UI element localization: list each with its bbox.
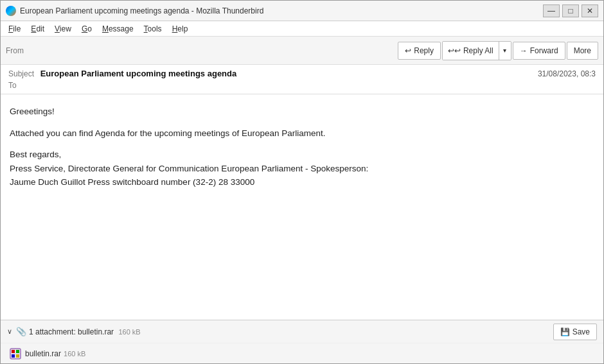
toolbar: From ↩ Reply ↩↩ Reply All ▾ → Forward Mo — [1, 37, 603, 65]
email-date: 31/08/2023, 08:3 — [538, 69, 596, 78]
email-header: Subject European Parliament upcoming mee… — [1, 65, 603, 94]
body-main: Attached you can find Agenda for the upc… — [10, 126, 594, 141]
email-body: Greeetings! Attached you can find Agenda… — [1, 94, 603, 320]
maximize-button[interactable]: □ — [562, 4, 579, 17]
more-label: More — [574, 46, 591, 55]
reply-all-label: Reply All — [463, 46, 493, 55]
to-label: To — [8, 81, 17, 90]
reply-icon: ↩ — [405, 46, 411, 55]
more-button[interactable]: More — [567, 42, 598, 60]
menu-view[interactable]: View — [49, 23, 76, 35]
attachment-file-row: bulletin.rar 160 kB — [1, 343, 603, 363]
svg-rect-1 — [12, 350, 15, 353]
svg-rect-3 — [12, 354, 15, 358]
save-icon: 💾 — [560, 327, 570, 336]
minimize-button[interactable]: — — [543, 4, 560, 17]
menu-message[interactable]: Message — [97, 23, 139, 35]
reply-label: Reply — [414, 46, 434, 55]
chevron-down-icon: ▾ — [503, 47, 506, 54]
menu-edit[interactable]: Edit — [26, 23, 49, 35]
paperclip-icon: 📎 — [16, 327, 26, 336]
reply-all-button[interactable]: ↩↩ Reply All — [443, 42, 499, 60]
forward-label: Forward — [530, 46, 558, 55]
svg-rect-2 — [16, 350, 19, 353]
toolbar-buttons: ↩ Reply ↩↩ Reply All ▾ → Forward More — [398, 41, 598, 60]
menu-bar: File Edit View Go Message Tools Help — [1, 21, 603, 37]
to-row: To — [8, 81, 596, 90]
subject-field: Subject European Parliament upcoming mee… — [8, 69, 236, 78]
app-icon — [6, 6, 16, 16]
from-label: From — [6, 46, 24, 55]
title-bar: European Parliament upcoming meetings ag… — [1, 1, 603, 21]
attachment-toggle[interactable]: ∨ — [7, 327, 12, 336]
file-icon — [10, 348, 21, 360]
subject-value: European Parliament upcoming meetings ag… — [40, 69, 237, 78]
attachment-info: 1 attachment: bulletin.rar 160 kB — [29, 327, 553, 336]
reply-button[interactable]: ↩ Reply — [398, 42, 441, 60]
body-greeting: Greeetings! — [10, 105, 594, 119]
attachment-count-text: 1 attachment: bulletin.rar — [29, 327, 114, 336]
menu-tools[interactable]: Tools — [139, 23, 167, 35]
close-button[interactable]: ✕ — [582, 4, 598, 17]
reply-all-icon: ↩↩ — [448, 46, 461, 55]
save-label: Save — [573, 327, 590, 336]
forward-icon: → — [520, 46, 528, 55]
menu-file[interactable]: File — [3, 23, 26, 35]
attachment-filesize: 160 kB — [64, 350, 85, 358]
attachment-bar: ∨ 📎 1 attachment: bulletin.rar 160 kB 💾 … — [1, 320, 603, 343]
attachment-size: 160 kB — [118, 328, 140, 336]
reply-all-dropdown-button[interactable]: ▾ — [499, 42, 511, 60]
subject-row: Subject European Parliament upcoming mee… — [8, 69, 596, 78]
body-signature: Best regards, Press Service, Directorate… — [10, 148, 594, 189]
menu-help[interactable]: Help — [167, 23, 193, 35]
window-title: European Parliament upcoming meetings ag… — [20, 6, 543, 15]
forward-button[interactable]: → Forward — [513, 42, 565, 60]
save-button[interactable]: 💾 Save — [553, 324, 597, 340]
reply-all-split-button: ↩↩ Reply All ▾ — [442, 41, 511, 60]
subject-label: Subject — [8, 69, 34, 78]
attachment-filename: bulletin.rar — [25, 349, 61, 358]
main-window: European Parliament upcoming meetings ag… — [0, 0, 604, 364]
svg-rect-4 — [16, 354, 19, 358]
menu-go[interactable]: Go — [76, 23, 97, 35]
window-controls: — □ ✕ — [543, 4, 598, 17]
